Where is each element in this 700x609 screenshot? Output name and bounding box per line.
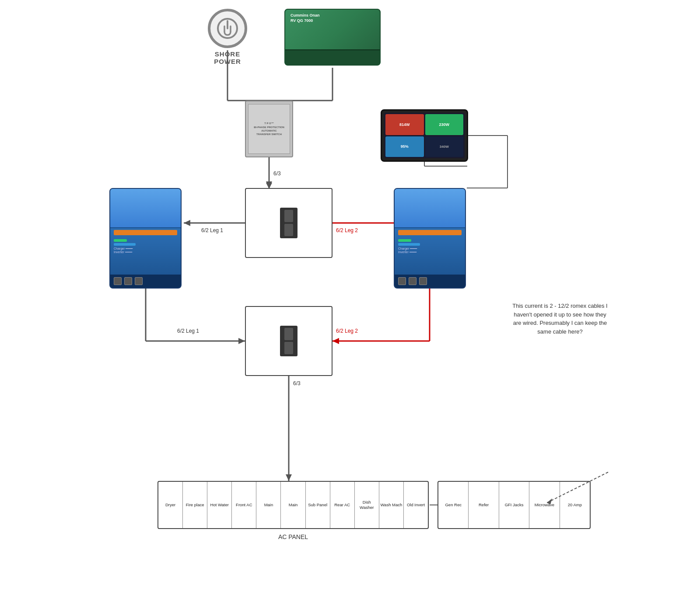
- monitor-cell-2: 230W: [425, 114, 464, 135]
- right-panel-cell-4: 20 Amp: [560, 482, 590, 528]
- right-panel-cell-2: GFI Jacks: [499, 482, 529, 528]
- shore-power: SHORE POWER: [201, 9, 254, 65]
- transfer-switch-inner: T P O™ BI-PHASE PROTECTION AUTOMATIC TRA…: [248, 104, 290, 153]
- connector-2: [124, 277, 132, 285]
- svg-marker-10: [184, 220, 190, 226]
- monitor-screen: 814W 230W 95% 340W: [384, 113, 465, 158]
- connector-r-3: [419, 277, 427, 285]
- ac-panel-cell-0: Dryer: [158, 482, 183, 528]
- breaker-box-upper: [245, 188, 332, 258]
- inverter-right-led-2: [398, 243, 420, 246]
- generator-body: Cummins Onan RV QG 7000 C: [284, 9, 381, 66]
- breaker-symbol-upper: [280, 208, 298, 238]
- inverter-left: Charger ━━━━Inverter ━━━━ MultiPlus: [109, 188, 182, 289]
- ac-panel-cell-6: Sub Panel: [306, 482, 330, 528]
- ac-panel-cell-10: Old Invert: [404, 482, 428, 528]
- ac-panel-cells: DryerFire placeHot WaterFront ACMainMain…: [158, 482, 428, 528]
- ac-panel: DryerFire placeHot WaterFront ACMainMain…: [158, 481, 429, 529]
- connector-r-2: [409, 277, 416, 285]
- transfer-switch-label: T P O™ BI-PHASE PROTECTION AUTOMATIC TRA…: [254, 122, 284, 136]
- wire-label-6-3-upper: 6/3: [273, 171, 281, 177]
- inverter-left-text: Charger ━━━━Inverter ━━━━: [114, 247, 177, 254]
- shore-power-label: SHORE POWER: [201, 50, 254, 65]
- right-panel: Gen RecReferGFI JacksMicrowave20 Amp: [438, 481, 591, 529]
- inverter-right-connectors: [395, 275, 465, 288]
- note-box: This current is 2 - 12/2 romex cables I …: [512, 302, 608, 336]
- wire-label-leg2-lower: 6/2 Leg 2: [336, 328, 358, 334]
- inverter-left-led-1: [114, 239, 127, 242]
- breaker-symbol-lower: [280, 326, 298, 356]
- connector-1: [114, 277, 122, 285]
- wire-label-leg2-upper: 6/2 Leg 2: [336, 227, 358, 233]
- transfer-switch: T P O™ BI-PHASE PROTECTION AUTOMATIC TRA…: [245, 101, 293, 157]
- inverter-right-bottom: Charger ━━━━Inverter ━━━━: [395, 237, 465, 256]
- ac-panel-cell-5: Main: [281, 482, 305, 528]
- generator-text: Cummins Onan RV QG 7000: [290, 13, 320, 23]
- monitor-cell-4: 340W: [425, 136, 464, 157]
- generator-vent: [285, 49, 380, 65]
- inverter-left-bottom: Charger ━━━━Inverter ━━━━: [110, 237, 181, 256]
- inverter-left-top: [110, 189, 181, 228]
- ac-panel-cell-2: Hot Water: [207, 482, 232, 528]
- right-panel-cell-3: Microwave: [529, 482, 560, 528]
- inverter-left-connectors: [110, 275, 181, 288]
- generator: Cummins Onan RV QG 7000 C: [284, 9, 381, 66]
- monitor-cell-3: 95%: [385, 136, 424, 157]
- ac-panel-label: AC PANEL: [278, 533, 308, 540]
- inverter-right-top: [395, 189, 465, 228]
- note-text: This current is 2 - 12/2 romex cables I …: [512, 303, 607, 335]
- ac-panel-cell-8: Dish Washer: [355, 482, 379, 528]
- right-panel-cell-0: Gen Rec: [438, 482, 469, 528]
- inverter-right-orange-bar: [398, 230, 462, 235]
- inverter-left-led-2: [114, 243, 136, 246]
- inverter-right-led-1: [398, 239, 411, 242]
- right-panel-cells: Gen RecReferGFI JacksMicrowave20 Amp: [438, 482, 590, 528]
- wire-label-leg1-upper: 6/2 Leg 1: [201, 227, 223, 233]
- right-panel-cell-1: Refer: [469, 482, 499, 528]
- ac-panel-cell-1: Fire place: [183, 482, 207, 528]
- svg-marker-21: [286, 474, 292, 481]
- diagram-container: SHORE POWER Cummins Onan RV QG 7000 C T …: [96, 0, 604, 609]
- ac-panel-cell-3: Front AC: [232, 482, 256, 528]
- ac-panel-cell-4: Main: [256, 482, 281, 528]
- breaker-box-lower: [245, 306, 332, 376]
- inverter-right-text: Charger ━━━━Inverter ━━━━: [398, 247, 462, 254]
- monitor-cell-1: 814W: [385, 114, 424, 135]
- svg-marker-16: [238, 338, 245, 344]
- inverter-left-orange-bar: [114, 230, 177, 235]
- connector-3: [135, 277, 143, 285]
- shore-power-icon: [208, 9, 247, 48]
- wire-label-leg1-lower: 6/2 Leg 1: [177, 328, 199, 334]
- monitor-display: 814W 230W 95% 340W: [381, 109, 468, 162]
- connector-r-1: [398, 277, 406, 285]
- inverter-right: Charger ━━━━Inverter ━━━━ MultiPlus: [394, 188, 466, 289]
- svg-marker-6: [266, 181, 272, 188]
- wire-label-6-3-lower: 6/3: [293, 380, 301, 386]
- ac-panel-cell-7: Rear AC: [330, 482, 355, 528]
- svg-marker-19: [332, 338, 339, 344]
- ac-panel-cell-9: Wash Mach: [379, 482, 404, 528]
